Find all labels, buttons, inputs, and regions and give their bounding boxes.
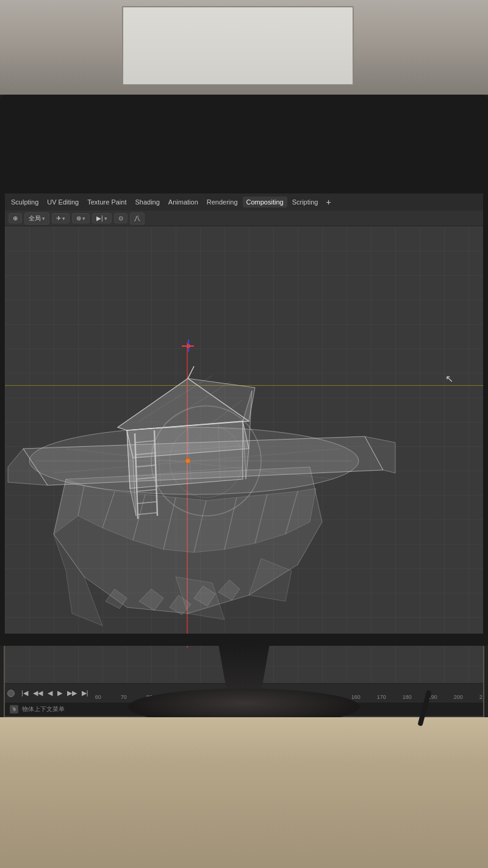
step-forward-button[interactable]: ▶▶ [65,688,79,698]
menu-uv-editing[interactable]: UV Editing [43,197,82,208]
frame-200: 200 [454,694,463,700]
jump-end-button[interactable]: ▶| [80,688,90,698]
proportional-icon: ▶| [96,215,103,222]
global-mode-label: 全局 [29,214,41,223]
prop-chevron: ▾ [104,215,107,222]
play-forward-button[interactable]: ▶ [56,688,64,698]
play-back-button[interactable]: ◀ [46,688,54,698]
blender-subtoolbar: ⊕ 全局 ▾ ✈ ▾ ⊛ ▾ ▶| ▾ ⊙ 八 [5,211,483,226]
orbit-icon: ✈ [56,215,61,222]
y-axis-line [5,385,483,386]
mouse-cursor: ↖ [445,373,453,384]
snap-tool[interactable]: ⊛ ▾ [72,213,90,223]
status-icon: 🖱 [10,705,18,714]
snap-chevron: ▾ [82,215,85,222]
scene-icon-symbol: ⊕ [13,215,18,222]
global-mode-dropdown[interactable]: 全局 ▾ [24,212,49,225]
cursor-dot [187,344,190,348]
dropdown-chevron: ▾ [42,215,45,222]
xray-icon: 八 [134,214,140,223]
orbit-tool[interactable]: ✈ ▾ [52,213,70,223]
xray-tool[interactable]: 八 [130,212,145,225]
menu-scripting[interactable]: Scripting [289,197,322,208]
status-text: 物体上下文菜单 [22,705,65,714]
proportional-tool[interactable]: ▶| ▾ [92,213,112,223]
frame-210: 210 [479,694,483,700]
scene-icon[interactable]: ⊕ [9,213,22,223]
menu-shading[interactable]: Shading [131,197,163,208]
menu-compositing[interactable]: Compositing [243,197,287,208]
blender-topbar: Sculpting UV Editing Texture Paint Shadi… [5,193,483,211]
frame-60: 60 [95,694,101,700]
frame-170: 170 [377,694,386,700]
viewport-3d[interactable]: ↖ [5,226,483,683]
frame-160: 160 [351,694,361,700]
frame-70: 70 [121,694,127,700]
monitor-bezel: Sculpting UV Editing Texture Paint Shadi… [0,95,488,644]
3d-cursor [182,339,194,352]
orbit-chevron: ▾ [62,215,65,222]
menu-rendering[interactable]: Rendering [203,197,242,208]
menu-animation[interactable]: Animation [165,197,202,208]
overlay-icon: ⊙ [118,215,123,222]
z-axis-line [187,342,188,648]
desk-surface [0,717,488,868]
frame-180: 180 [403,694,412,700]
menu-texture-paint[interactable]: Texture Paint [84,197,130,208]
jump-start-button[interactable]: |◀ [20,688,30,698]
viewport-grid [5,226,483,683]
step-back-button[interactable]: ◀◀ [31,688,45,698]
overlay-tool[interactable]: ⊙ [114,213,127,223]
snap-icon: ⊛ [76,215,81,222]
timeline-controls: |◀ ◀◀ ◀ ▶ ▶▶ ▶| [15,688,95,698]
timeline-keyframe-indicator [7,690,15,697]
menu-sculpting[interactable]: Sculpting [7,197,42,208]
add-workspace-button[interactable]: + [323,196,334,208]
whiteboard [122,6,354,85]
